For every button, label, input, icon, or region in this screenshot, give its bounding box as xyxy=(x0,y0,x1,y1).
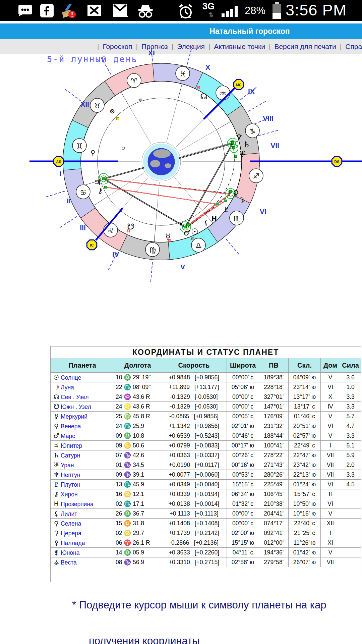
speed-value: +1.1342 xyxy=(169,423,190,430)
chart-planet-sun-icon[interactable]: ☉ xyxy=(191,227,198,236)
angle-marker-label-mc: MC xyxy=(236,83,241,87)
planet-cell: ⚸Лилит xyxy=(51,509,114,519)
pv-cell: 204°41' xyxy=(259,509,289,519)
planet-glyph: ⚴ xyxy=(52,539,61,546)
house-cell: X xyxy=(321,392,340,402)
cusp-tick-line xyxy=(59,216,77,228)
house-numeral-V: V xyxy=(180,263,185,271)
speed-mean-value: [+0.2136] xyxy=(194,539,218,546)
planet-position-marker xyxy=(105,186,107,189)
zodiac-glyph-libra-icon: ♎ xyxy=(195,241,202,250)
planet-name-link[interactable]: Хирон xyxy=(61,491,78,498)
planet-cell: ⚲Селена xyxy=(51,519,114,528)
speed-mean-value: [+0.2260] xyxy=(195,549,219,556)
planet-position-marker xyxy=(216,203,219,205)
speed-mean-value: [+0.0194] xyxy=(195,491,219,498)
speed-value: +0.3633 xyxy=(169,549,190,556)
declination-cell: 01°46' с xyxy=(289,412,321,421)
planet-table: КООРДИНАТЫ И СТАТУС ПЛАНЕТ ПланетаДолгот… xyxy=(50,346,361,582)
chart-planet-lilith-icon[interactable]: ⚸ xyxy=(204,219,208,226)
house-cell: II xyxy=(321,489,340,499)
speed-value: +0.0138 xyxy=(169,500,190,507)
speed-value: +0.3310 xyxy=(169,559,190,566)
app-header: Натальный гороскоп xyxy=(0,23,362,39)
pv-cell: 012°00' xyxy=(259,538,289,548)
chart-planet-jupiter-icon[interactable]: ♃ xyxy=(94,177,101,187)
planet-name-link[interactable]: Лилит xyxy=(61,511,77,517)
planet-name-link[interactable]: Юпитер xyxy=(61,442,82,449)
declination-cell: 01°24' ю xyxy=(289,480,321,489)
cusp-tick-line xyxy=(101,56,111,74)
planet-cell: ♇Плутон xyxy=(51,480,114,489)
planet-position-marker xyxy=(232,142,234,144)
planet-cell: ♅Уран xyxy=(51,460,114,470)
planet-glyph: ♃ xyxy=(52,442,61,449)
planet-name-link[interactable]: Церера xyxy=(61,530,81,537)
planet-name-link[interactable]: Сатурн xyxy=(61,452,80,459)
house-numeral-IX: IX xyxy=(248,88,255,95)
speed-value: +0.0349 xyxy=(169,481,190,488)
house-cell: VII xyxy=(321,470,340,480)
chart-planet-saturn-icon[interactable]: ♄ xyxy=(243,140,250,149)
planet-name-link[interactable]: Луна xyxy=(61,384,74,391)
planet-glyph: ♅ xyxy=(52,461,61,469)
planet-name-link[interactable]: Паллада xyxy=(61,540,85,546)
speed-value: +0.0190 xyxy=(169,462,190,469)
footer-note-line1: * Подведите курсор мыши к символу планет… xyxy=(72,599,326,611)
house-cell: XI xyxy=(321,538,340,548)
planet-cell: ⚷Хирон xyxy=(51,489,114,499)
col-header-: Планета xyxy=(51,358,114,373)
declination-cell: 15°57' с xyxy=(289,489,321,499)
planet-name-link[interactable]: Солнце xyxy=(61,374,81,381)
planet-name-link[interactable]: Юнона xyxy=(61,549,79,556)
chart-planet-mars-icon[interactable]: ♂ xyxy=(183,228,191,237)
table-row: ⚸Лилит26 ♎ 36.7+0.1113[+0.1113]00°00' с2… xyxy=(51,509,361,519)
latitude-cell: 02°00' ю xyxy=(227,528,259,538)
chart-planet-north-node-icon[interactable]: ☊ xyxy=(200,92,207,101)
declination-cell: 13°17' с xyxy=(289,402,321,412)
power-cell: 5.1 xyxy=(340,441,361,450)
declination-cell: 01°42' ю xyxy=(289,548,321,557)
declination-cell: 13°17' ю xyxy=(289,392,321,402)
table-row: ⚵Юнона14 ♎ 05.9+0.3633[+0.2260]04°11' с1… xyxy=(51,548,361,557)
planet-glyph: ☋ xyxy=(52,403,61,410)
declination-cell: 02°57' ю xyxy=(289,431,321,441)
declination-cell: 11°26' ю xyxy=(289,538,321,548)
planet-name-link[interactable]: Меркурий xyxy=(61,413,87,420)
yellow-marker xyxy=(117,118,119,120)
planet-name-link[interactable]: Уран xyxy=(61,462,74,469)
planet-name-link[interactable]: Нептун xyxy=(61,472,80,478)
latitude-cell: 00°00' с xyxy=(227,402,259,412)
angle-marker-label-as: AS xyxy=(56,160,61,164)
longitude-cell: 24 ♏ 25.9 xyxy=(114,421,161,431)
latitude-cell: 02°58' ю xyxy=(227,557,259,567)
planet-glyph: ♆ xyxy=(52,471,61,478)
planet-name-link[interactable]: Веста xyxy=(61,559,77,566)
gmail-icon xyxy=(113,4,128,18)
chart-planet-chiron-icon[interactable]: ⚷ xyxy=(98,187,103,195)
speed-value: -0.0865 xyxy=(169,413,189,420)
chart-planet-selena-icon[interactable]: ⚲ xyxy=(90,149,96,157)
planet-name-link[interactable]: Марс xyxy=(61,433,75,439)
planet-name-link[interactable]: Прозерпина xyxy=(61,501,94,507)
chart-planet-part-of-fortune-icon[interactable]: ⊗ xyxy=(110,107,115,115)
declination-cell: 21°25' с xyxy=(289,528,321,538)
planet-name-link[interactable]: Южн . Узел xyxy=(61,404,91,410)
latitude-cell: 05°06' ю xyxy=(227,382,259,392)
chart-planet-neptune-icon[interactable]: ♆ xyxy=(235,132,243,142)
chart-planet-moon-icon[interactable]: ☽ xyxy=(237,196,245,205)
speed-mean-value: [+0.0040] xyxy=(195,481,219,488)
house-cell: VII xyxy=(321,450,340,460)
house-cell: VI xyxy=(321,382,340,392)
chart-planet-uranus-icon[interactable]: ♅ xyxy=(239,150,246,158)
speed-cell: +0.9848[+0.9856] xyxy=(161,373,227,382)
planet-name-link[interactable]: Венера xyxy=(61,423,81,430)
chart-planet-pluto-icon[interactable]: ♇ xyxy=(224,206,230,214)
planet-name-link[interactable]: Плутон xyxy=(61,481,80,488)
power-cell: 3.3 xyxy=(340,392,361,402)
speed-mean-value: [+0.2142] xyxy=(195,530,219,537)
house-numeral-X: X xyxy=(205,63,210,71)
planet-name-link[interactable]: Селена xyxy=(61,520,81,527)
planet-name-link[interactable]: Сев . Узел xyxy=(61,394,89,400)
chart-planet-proserpina-icon[interactable]: H xyxy=(212,215,217,222)
